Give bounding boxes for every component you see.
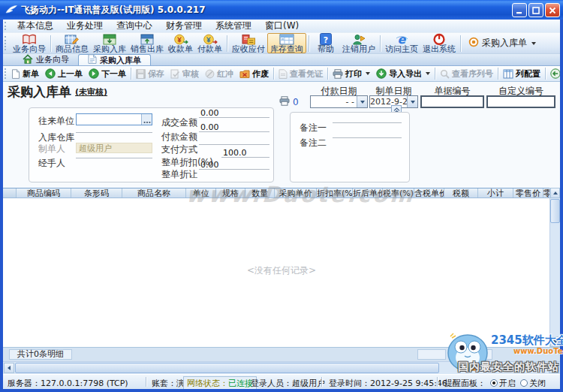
toolbar-button-inventory-query[interactable]: 库存查询 <box>267 33 306 53</box>
wizard-book-icon <box>22 34 37 45</box>
maximize-button[interactable] <box>528 3 543 17</box>
column-header-5[interactable]: 规格 <box>216 188 245 198</box>
toolbar-button-wizard-book[interactable]: 业务向导 <box>11 33 48 53</box>
pay-method-input[interactable] <box>199 135 269 145</box>
edit-button-label: 列配置 <box>516 68 540 80</box>
allowance-input[interactable]: 0.00 <box>199 160 269 170</box>
toolbar-button-ar-ap[interactable]: 应收应付 <box>230 33 267 53</box>
tab-label: 业务向导 <box>36 54 69 65</box>
separator <box>321 377 322 387</box>
login-time-status: 登录时间：2012-9-25 9:45:46 <box>329 378 447 389</box>
edit-button-import-export[interactable]: 导入导出 <box>373 68 433 80</box>
new-doc-icon <box>11 69 20 79</box>
toolbar-separator <box>273 68 274 80</box>
toolbar-button-help[interactable]: ?帮助 <box>312 33 340 53</box>
pay-date-picker[interactable]: - - <box>310 95 368 108</box>
panel-off-radio[interactable] <box>520 379 528 387</box>
toolbar-button-goods-info[interactable]: 商品信息 <box>53 33 91 53</box>
close-button[interactable] <box>545 3 560 17</box>
dropdown-button[interactable] <box>357 96 367 107</box>
menu-item-2[interactable]: 业务处理 <box>60 20 110 33</box>
pay-amount-value: 0.00 <box>199 122 269 132</box>
tab-purchase-entry[interactable]: 采购入库单 <box>78 54 151 65</box>
column-header-2[interactable]: 条形码 <box>71 188 122 198</box>
edit-button-column-config[interactable]: 列配置 <box>500 68 543 80</box>
edit-button-quit[interactable]: 退出 <box>547 68 560 80</box>
column-header-6[interactable]: 数量 <box>245 188 275 198</box>
grid-body[interactable]: <没有任何记录> <box>3 198 560 347</box>
panel-on-radio[interactable] <box>490 379 498 387</box>
handler-input[interactable] <box>76 149 152 158</box>
panel-off-label[interactable]: 关闭 <box>529 378 546 388</box>
audit-icon <box>170 69 180 79</box>
warehouse-input[interactable] <box>76 123 152 133</box>
toolbar-button-sales-out[interactable]: 销售出库 <box>128 33 166 53</box>
column-header-13[interactable]: 小计 <box>478 188 513 198</box>
app-logo-icon <box>5 4 18 16</box>
menu-item-1[interactable]: 基本信息 <box>11 20 60 33</box>
chevron-down-icon <box>360 101 365 104</box>
edit-button-print[interactable]: 打印 <box>330 68 373 80</box>
column-header-14[interactable]: 零售价 <box>513 188 543 198</box>
toolbar-button-label: 退出系统 <box>423 45 456 53</box>
dropdown-button[interactable] <box>407 96 417 107</box>
toolbar-separator <box>227 35 227 52</box>
toolbar-button-receipt[interactable]: 收款单 <box>166 33 195 53</box>
column-header-7[interactable]: 采购单价 <box>275 188 317 198</box>
audit-status-badge: (未审核) <box>75 87 107 97</box>
remark2-label: 备注二 <box>300 137 327 149</box>
scroll-down-button[interactable] <box>550 336 560 347</box>
toolbar-button-label: 访问主页 <box>385 45 418 53</box>
doc-type-dropdown[interactable]: 采购入库单 <box>463 37 541 50</box>
vertical-scroll-thumb[interactable] <box>550 199 560 223</box>
toolbar-separator <box>380 35 381 52</box>
remark2-input[interactable] <box>333 128 402 138</box>
toolbar-button-label: 商品信息 <box>56 45 89 53</box>
horizontal-scroll-thumb[interactable] <box>15 363 439 373</box>
edit-button-new-doc[interactable]: 新单 <box>8 68 42 80</box>
column-header-9[interactable]: 折后单价 <box>353 188 383 198</box>
tab-wizard[interactable]: 业务向导 <box>14 54 78 65</box>
toolbar-button-label: 付款单 <box>197 45 222 53</box>
custom-no-input[interactable] <box>486 95 555 108</box>
toolbar-button-purchase-in[interactable]: 采购入库 <box>91 33 128 53</box>
column-header-10[interactable]: 税率(%) <box>383 188 414 198</box>
window-title: 飞扬动力--IT通讯普及版(试用版) 5.0.0.217 <box>21 4 206 17</box>
menu-item-4[interactable]: 财务管理 <box>159 20 209 33</box>
toolbar-button-payment[interactable]: 付款单 <box>195 33 224 53</box>
minimize-button[interactable] <box>512 3 527 17</box>
scroll-up-button[interactable] <box>550 188 560 198</box>
discount-input[interactable]: 100.0 <box>221 148 269 158</box>
menu-item-6[interactable]: 窗口(W) <box>258 20 306 33</box>
column-header-12[interactable]: 税额 <box>444 188 478 198</box>
remark1-input[interactable] <box>333 113 402 123</box>
logout-user-icon <box>351 34 366 45</box>
panel-on-label[interactable]: 开启 <box>499 378 516 388</box>
menu-item-3[interactable]: 查询中心 <box>110 20 159 33</box>
edit-button-next[interactable]: 下一单 <box>86 68 129 80</box>
scroll-right-button[interactable] <box>549 363 559 373</box>
column-header-11[interactable]: 含税单价 <box>414 188 444 198</box>
remark1-label: 备注一 <box>300 122 327 134</box>
column-header-3[interactable]: 商品名称 <box>122 188 186 198</box>
edit-button-void[interactable]: 作废 <box>236 68 272 80</box>
empty-records-text: <没有任何记录> <box>3 264 560 277</box>
toolbar-button-exit-system[interactable]: 退出系统 <box>420 33 458 53</box>
home-icon <box>23 54 33 66</box>
vertical-scrollbar[interactable] <box>549 188 560 347</box>
toolbar-button-label: 采购入库 <box>93 45 126 53</box>
inventory-query-icon <box>279 34 294 45</box>
toolbar-button-logout-user[interactable]: 注销用户 <box>340 33 378 53</box>
edit-button-label: 审核 <box>182 68 199 80</box>
column-header-4[interactable]: 单位 <box>186 188 216 198</box>
column-header-1[interactable]: 商品编码 <box>17 188 71 198</box>
remarks-panel: 备注一 备注二 <box>290 112 410 182</box>
horizontal-scrollbar[interactable] <box>3 361 560 374</box>
scroll-left-button[interactable] <box>4 363 14 373</box>
edit-button-prev[interactable]: 上一单 <box>42 68 86 80</box>
edit-button-save: 保存 <box>133 68 167 80</box>
doc-no-input[interactable] <box>420 95 484 108</box>
toolbar-button-homepage[interactable]: e访问主页 <box>383 33 420 53</box>
menu-item-5[interactable]: 系统管理 <box>209 20 258 33</box>
column-header-8[interactable]: 折扣率(%) <box>317 188 353 198</box>
